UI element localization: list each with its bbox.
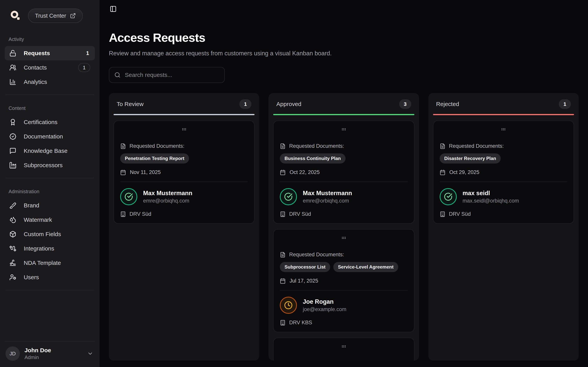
company-row: DRV KBS (280, 320, 407, 326)
drag-handle-icon[interactable] (181, 127, 187, 132)
circle-check-icon (124, 192, 133, 201)
requested-documents-label: Requested Documents: (289, 360, 344, 361)
user-cog-icon (9, 274, 16, 281)
status-avatar (280, 188, 297, 205)
sidebar-item-subprocessors[interactable]: Subprocessors (5, 158, 95, 172)
request-date-row: Oct 22, 2025 (280, 169, 407, 175)
kanban-column-to-review: To Review 1 Requested Documents: Penetra… (109, 93, 259, 361)
kanban-board: To Review 1 Requested Documents: Penetra… (109, 93, 579, 361)
user-role: Admin (25, 354, 51, 360)
sidebar-item-contacts[interactable]: Contacts 1 (5, 60, 95, 75)
requested-documents-row: Requested Documents: (280, 252, 407, 258)
status-avatar (440, 188, 457, 205)
sidebar-item-documentation[interactable]: Documentation (5, 129, 95, 144)
requested-documents-row: Requested Documents: (280, 360, 407, 361)
sidebar-item-integrations[interactable]: Integrations (5, 241, 95, 256)
sidebar-item-nda-template[interactable]: NDA Template (5, 256, 95, 270)
app-root: Trust Center Activity Requests 1 Contact… (0, 0, 588, 367)
requester-email: emre@orbiqhq.com (143, 198, 192, 204)
sidebar-item-watermark[interactable]: Watermark (5, 213, 95, 227)
calendar-icon (280, 278, 286, 284)
sidebar-item-knowledge-base[interactable]: Knowledge Base (5, 144, 95, 158)
requester-email: max.seidl@orbiqhq.com (463, 198, 519, 204)
sidebar: Trust Center Activity Requests 1 Contact… (0, 0, 100, 367)
sidebar-item-brand[interactable]: Brand (5, 198, 95, 213)
request-card[interactable]: Requested Documents: Subprocessor ListSe… (273, 229, 414, 332)
document-chip: Business Continuity Plan (280, 153, 345, 164)
column-body: Requested Documents: Disaster Recovery P… (428, 115, 579, 361)
page-subtitle: Review and manage access requests from c… (109, 50, 579, 57)
requester-row: max seidl max.seidl@orbiqhq.com (440, 188, 567, 205)
column-count-badge: 3 (399, 99, 411, 109)
column-title: Approved (276, 101, 301, 107)
requested-documents-label: Requested Documents: (289, 143, 344, 149)
sidebar-section: Administration Brand Watermark Custom Fi… (5, 189, 95, 290)
company-row: DRV Süd (120, 211, 248, 217)
chart-column-icon (9, 78, 16, 85)
circle-check-icon (284, 192, 293, 201)
sidebar-nav: Activity Requests 1 Contacts 1 Analytics… (5, 24, 95, 290)
badge-check-icon (9, 133, 16, 140)
building-icon (440, 211, 445, 217)
requester-name: Max Mustermann (143, 190, 192, 197)
request-card[interactable]: Requested Documents: Business Continuity… (273, 121, 414, 224)
orbiq-logo-icon (10, 10, 21, 21)
requester-row: Max Mustermann emre@orbiqhq.com (280, 188, 407, 205)
building-icon (120, 211, 126, 217)
document-chip: Disaster Recovery Plan (440, 153, 501, 164)
sidebar-item-custom-fields[interactable]: Custom Fields (5, 227, 95, 241)
requested-documents-row: Requested Documents: (120, 143, 248, 149)
building-icon (280, 211, 286, 217)
drag-handle-icon[interactable] (500, 127, 507, 132)
box-icon (9, 231, 16, 238)
company-name: DRV Süd (289, 211, 311, 217)
section-divider (5, 178, 94, 178)
calendar-icon (280, 169, 286, 175)
sidebar-item-label: Users (24, 274, 90, 281)
file-text-icon (440, 143, 445, 149)
request-date: Oct 22, 2025 (290, 169, 320, 175)
status-avatar (280, 297, 297, 314)
avatar: JD (5, 346, 20, 361)
paintbrush-icon (9, 202, 16, 209)
file-text-icon (280, 360, 286, 361)
cable-icon (9, 245, 16, 252)
status-avatar (120, 188, 137, 205)
column-header: To Review 1 (109, 93, 259, 114)
count-badge: 1 (86, 50, 90, 56)
sidebar-item-label: Brand (24, 202, 90, 209)
request-date: Jul 17, 2025 (290, 278, 318, 284)
user-menu[interactable]: JD John Doe Admin (5, 341, 95, 361)
kanban-column-rejected: Rejected 1 Requested Documents: Disaster… (428, 93, 579, 361)
sidebar-toggle-button[interactable] (110, 5, 117, 12)
drag-handle-icon[interactable] (340, 344, 347, 349)
request-card[interactable]: Requested Documents: Disaster Recovery P… (433, 121, 574, 224)
request-card[interactable]: Requested Documents: Penetration Testing… (113, 121, 255, 224)
factory-icon (9, 162, 16, 169)
signature-icon (9, 259, 16, 267)
user-name: John Doe (25, 347, 51, 354)
card-divider (440, 182, 567, 182)
count-badge: 1 (78, 63, 90, 72)
sidebar-item-requests[interactable]: Requests 1 (5, 46, 95, 60)
user-info: John Doe Admin (25, 347, 51, 360)
search-input[interactable] (125, 72, 219, 78)
requested-documents-label: Requested Documents: (289, 252, 344, 258)
requester-email: emre@orbiqhq.com (303, 198, 352, 204)
company-name: DRV Süd (449, 211, 471, 217)
sidebar-item-label: Integrations (24, 245, 90, 252)
chevron-down-icon (87, 350, 93, 357)
column-body: Requested Documents: Business Continuity… (268, 115, 419, 361)
trust-center-button[interactable]: Trust Center (28, 8, 83, 23)
drag-handle-icon[interactable] (340, 235, 347, 240)
sidebar-item-label: Certifications (24, 119, 90, 125)
sidebar-item-users[interactable]: Users (5, 270, 95, 284)
sidebar-item-analytics[interactable]: Analytics (5, 75, 95, 89)
search-box (109, 67, 225, 83)
card-divider (280, 290, 407, 291)
request-card[interactable]: Requested Documents: IT Contingency Plan… (273, 338, 414, 361)
external-link-icon (70, 13, 76, 19)
sidebar-item-certifications[interactable]: Certifications (5, 115, 95, 129)
message-square-icon (9, 147, 16, 154)
drag-handle-icon[interactable] (340, 127, 347, 132)
